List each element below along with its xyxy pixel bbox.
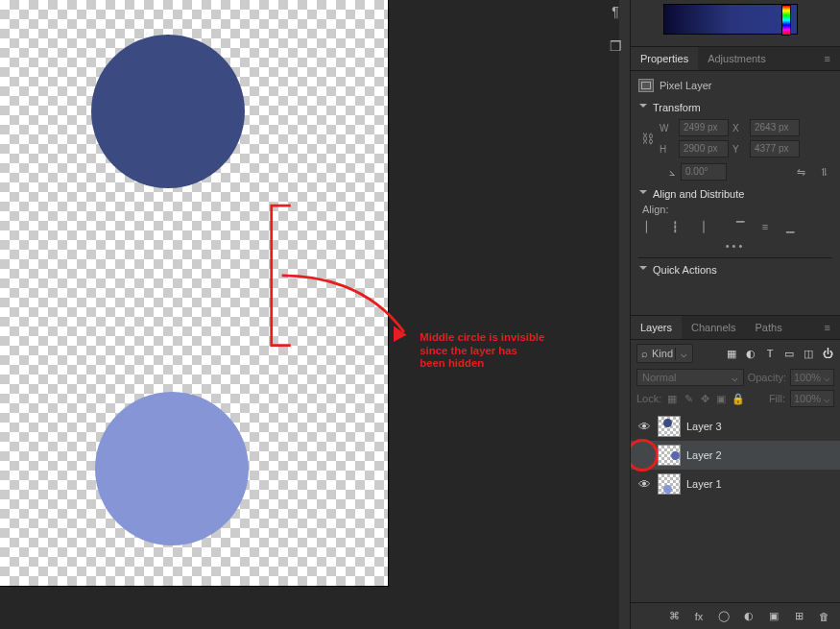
chevron-down-icon: ⌵ (675, 348, 692, 360)
layer-mask-icon[interactable]: ◯ (717, 610, 731, 622)
flip-horizontal-icon[interactable]: ⇋ (792, 164, 809, 180)
align-hcenter-icon[interactable]: ┇ (667, 221, 683, 234)
lock-full-icon[interactable]: 🔒 (732, 393, 743, 405)
properties-tabrow: Properties Adjustments ≡ (631, 46, 840, 71)
filter-adjust-icon[interactable]: ◐ (744, 348, 757, 360)
fill-input[interactable]: 100% ⌵ (790, 390, 834, 407)
layer-kind-select[interactable]: ⌕ Kind ⌵ (636, 344, 693, 363)
blend-mode-select[interactable]: Normal ⌵ (636, 369, 744, 386)
layer-name[interactable]: Layer 2 (686, 449, 722, 461)
transform-grid: ⛓ W 2499 px X 2643 px H 2900 px Y 4377 p… (638, 117, 832, 159)
search-icon: ⌕ (637, 348, 652, 359)
chevron-down-icon: ⌵ (824, 393, 830, 405)
new-layer-icon[interactable]: ⊞ (792, 610, 805, 622)
align-right-icon[interactable]: ▕ (692, 221, 708, 234)
lock-move-icon[interactable]: ✥ (699, 393, 710, 405)
align-vcenter-icon[interactable]: ≡ (757, 221, 773, 234)
layers-lock-row: Lock: ▦ ✎ ✥ ▣ 🔒 Fill: 100% ⌵ (631, 388, 840, 412)
layers-panel: Layers Channels Paths ≡ ⌕ Kind ⌵ ▦ ◐ T ▭… (631, 315, 840, 629)
transform-rotation-row: ⦣ 0.00° ⇋ ⥮ (638, 159, 832, 182)
x-input[interactable]: 2643 px (750, 119, 800, 136)
layer-thumbnail[interactable] (658, 445, 681, 466)
properties-body: Pixel Layer Transform ⛓ W 2499 px X 2643… (631, 71, 840, 283)
align-bottom-icon[interactable]: ▁ (782, 221, 798, 234)
transform-section-header[interactable]: Transform (638, 98, 832, 117)
pixel-layer-label: Pixel Layer (660, 80, 711, 91)
layer-thumbnail[interactable] (658, 416, 681, 437)
fill-label: Fill: (769, 393, 785, 404)
color-swatch[interactable] (663, 4, 798, 35)
layer-row[interactable]: 👁Layer 1 (631, 470, 840, 498)
w-input[interactable]: 2499 px (679, 119, 729, 136)
filter-pixel-icon[interactable]: ▦ (725, 348, 738, 360)
opacity-label: Opacity: (748, 372, 786, 383)
filter-shape-icon[interactable]: ▭ (782, 348, 796, 360)
lock-brush-icon[interactable]: ✎ (683, 393, 694, 405)
tab-properties[interactable]: Properties (631, 47, 698, 70)
tab-adjustments[interactable]: Adjustments (698, 47, 776, 70)
pixel-layer-icon (638, 79, 654, 92)
layer-thumbnail[interactable] (658, 473, 681, 495)
artboard-canvas[interactable] (0, 0, 388, 586)
pixel-layer-indicator: Pixel Layer (638, 77, 832, 98)
layer-row[interactable]: 👁Layer 3 (631, 412, 840, 441)
layers-blend-row: Normal ⌵ Opacity: 100% ⌵ (631, 367, 840, 388)
layers-menu-icon[interactable]: ≡ (817, 322, 840, 333)
link-layers-icon[interactable]: ⌘ (667, 610, 681, 622)
color-picker-preview[interactable] (631, 0, 840, 46)
tab-paths[interactable]: Paths (746, 316, 792, 339)
chevron-down-icon: ⌵ (732, 372, 738, 384)
visibility-eye-icon[interactable]: 👁 (636, 420, 652, 434)
opacity-input[interactable]: 100% ⌵ (790, 369, 834, 386)
filter-type-icon[interactable]: T (763, 348, 777, 360)
layers-tabrow: Layers Channels Paths ≡ (631, 315, 840, 340)
link-wh-icon[interactable]: ⛓ (638, 132, 656, 146)
annotation-line3: been hidden (420, 357, 484, 369)
layer-fx-icon[interactable]: fx (692, 611, 706, 622)
lock-artboard-icon[interactable]: ▣ (715, 393, 727, 405)
circle-light-blue[interactable] (95, 392, 249, 545)
hue-strip[interactable] (781, 5, 791, 36)
adjustment-layer-icon[interactable]: ◐ (742, 610, 756, 622)
chevron-down-icon: ⌵ (824, 372, 830, 384)
align-section-header[interactable]: Align and Distribute (638, 182, 832, 204)
more-align-icon[interactable]: ••• (638, 234, 832, 252)
align-left-icon[interactable]: ▏ (642, 221, 658, 234)
flip-vertical-icon[interactable]: ⥮ (815, 164, 832, 180)
filter-toggle-icon[interactable]: ⏻ (821, 348, 834, 360)
align-sublabel: Align: (638, 204, 832, 215)
align-top-icon[interactable]: ▔ (732, 221, 748, 234)
annotation-line2: since the layer has (420, 345, 517, 356)
layer-name[interactable]: Layer 3 (686, 421, 722, 432)
lock-all-icon[interactable]: ▦ (666, 393, 678, 405)
y-input[interactable]: 4377 px (750, 140, 800, 157)
annotation-line1: Middle circle is invisible (420, 331, 544, 343)
layer-row[interactable]: 👁Layer 2 (631, 441, 840, 470)
h-label: H (660, 144, 675, 155)
lock-label: Lock: (636, 393, 661, 404)
visibility-eye-icon[interactable]: 👁 (636, 477, 652, 492)
y-label: Y (732, 144, 746, 155)
layer-name[interactable]: Layer 1 (686, 478, 722, 490)
properties-menu-icon[interactable]: ≡ (817, 53, 840, 64)
workspace-area: Middle circle is invisible since the lay… (0, 0, 619, 629)
right-panel-column: ¶ ❒ Properties Adjustments ≡ Pixel Layer… (630, 0, 840, 629)
tab-channels[interactable]: Channels (682, 316, 745, 339)
h-input[interactable]: 2900 px (679, 140, 729, 157)
layer-list: 👁Layer 3👁Layer 2👁Layer 1 (631, 412, 840, 602)
rotation-input[interactable]: 0.00° (681, 163, 727, 181)
layers-footer: ⌘ fx ◯ ◐ ▣ ⊞ 🗑 (631, 602, 840, 629)
x-label: X (732, 123, 746, 133)
align-buttons: ▏ ┇ ▕ ▔ ≡ ▁ (638, 215, 832, 234)
layers-filter-row: ⌕ Kind ⌵ ▦ ◐ T ▭ ◫ ⏻ (631, 340, 840, 367)
quick-actions-header[interactable]: Quick Actions (638, 258, 832, 281)
rotation-icon: ⦣ (669, 166, 675, 179)
3d-icon[interactable]: ❒ (605, 38, 626, 54)
circle-dark-blue[interactable] (91, 35, 245, 188)
w-label: W (660, 123, 675, 133)
delete-layer-icon[interactable]: 🗑 (817, 611, 830, 622)
filter-smart-icon[interactable]: ◫ (802, 348, 815, 360)
tab-layers[interactable]: Layers (631, 316, 682, 339)
group-layers-icon[interactable]: ▣ (767, 610, 780, 622)
paragraph-icon[interactable]: ¶ (605, 4, 626, 19)
